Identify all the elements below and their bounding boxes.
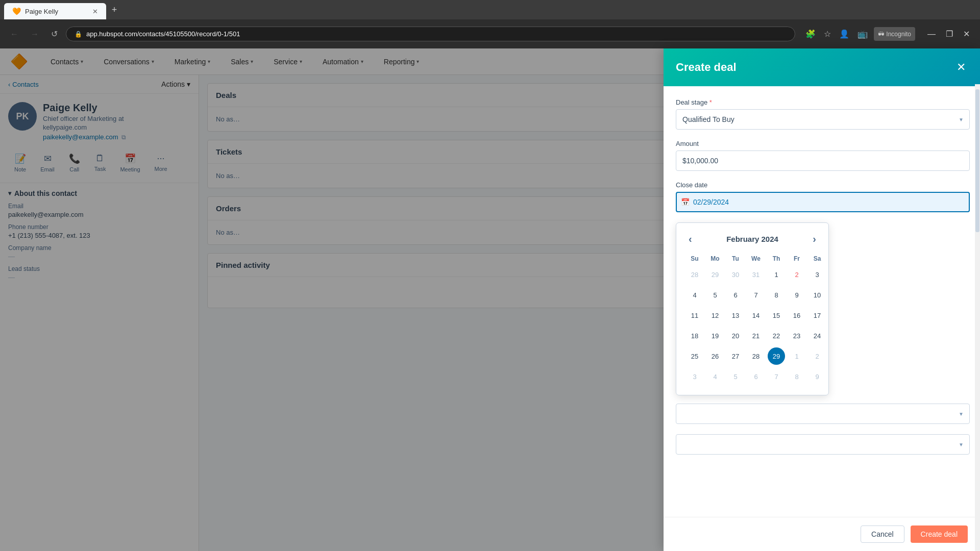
lock-icon: 🔒 — [75, 31, 82, 38]
browser-chrome: 🧡 Paige Kelly ✕ + ← → ↺ 🔒 app.hubspot.co… — [0, 0, 980, 48]
cal-day-12[interactable]: 12 — [706, 307, 724, 324]
cal-day-19[interactable]: 19 — [706, 327, 724, 344]
cal-cell: 26 — [705, 346, 725, 366]
cal-day-6: 6 — [747, 368, 765, 385]
cal-day-22[interactable]: 22 — [768, 327, 785, 344]
forward-button[interactable]: → — [27, 28, 43, 41]
cal-cell: 28 — [684, 264, 705, 285]
cal-day-28[interactable]: 28 — [747, 347, 765, 365]
cal-day-21[interactable]: 21 — [747, 327, 765, 344]
cal-day-8[interactable]: 8 — [768, 286, 785, 304]
cal-week-4: 252627282912 — [684, 346, 827, 366]
cal-day-5[interactable]: 5 — [706, 286, 724, 304]
cal-cell: 9 — [787, 285, 807, 305]
cal-header-su: Su — [684, 253, 705, 264]
active-tab[interactable]: 🧡 Paige Kelly ✕ — [4, 3, 106, 19]
address-bar[interactable]: 🔒 app.hubspot.com/contacts/45105500/reco… — [66, 27, 795, 41]
create-deal-button[interactable]: Create deal — [911, 525, 968, 543]
cal-cell: 8 — [787, 366, 807, 387]
extra-select-1-field[interactable] — [676, 404, 970, 424]
tab-favicon: 🧡 — [12, 7, 21, 15]
incognito-label: Incognito — [886, 31, 911, 38]
user-button[interactable]: 👤 — [837, 27, 851, 41]
cal-cell: 29 — [766, 346, 787, 366]
cast-button[interactable]: 📺 — [855, 27, 870, 41]
close-date-label: Close date — [676, 181, 970, 189]
cal-day-23[interactable]: 23 — [788, 327, 805, 344]
new-tab-button[interactable]: + — [107, 3, 121, 17]
cal-cell: 18 — [684, 325, 705, 346]
back-button[interactable]: ← — [6, 28, 22, 41]
cal-day-25[interactable]: 25 — [686, 347, 703, 365]
bookmark-button[interactable]: ☆ — [822, 27, 833, 41]
required-asterisk: * — [709, 98, 712, 106]
cal-day-2[interactable]: 2 — [788, 266, 805, 283]
cal-day-5: 5 — [727, 368, 744, 385]
cal-day-11[interactable]: 11 — [686, 307, 703, 324]
cal-day-9: 9 — [808, 368, 826, 385]
cal-day-13[interactable]: 13 — [727, 307, 744, 324]
panel-footer: Cancel Create deal — [664, 517, 980, 551]
reload-button[interactable]: ↺ — [47, 27, 62, 41]
cal-cell: 24 — [807, 325, 827, 346]
cal-day-10[interactable]: 10 — [808, 286, 826, 304]
cal-next-button[interactable]: › — [808, 231, 820, 247]
extra-select-1 — [676, 404, 970, 424]
cal-day-15[interactable]: 15 — [768, 307, 785, 324]
cal-day-28: 28 — [686, 266, 703, 283]
cal-week-0: 28293031123 — [684, 264, 827, 285]
cal-cell: 14 — [746, 305, 766, 325]
cal-day-14[interactable]: 14 — [747, 307, 765, 324]
cal-day-7[interactable]: 7 — [747, 286, 765, 304]
cal-day-16[interactable]: 16 — [788, 307, 805, 324]
cal-day-24[interactable]: 24 — [808, 327, 826, 344]
cal-cell: 1 — [766, 264, 787, 285]
deal-stage-value: Qualified To Buy — [682, 115, 734, 123]
cal-cell: 6 — [725, 285, 746, 305]
tab-close-icon[interactable]: ✕ — [92, 8, 98, 15]
cal-day-27[interactable]: 27 — [727, 347, 744, 365]
cal-day-9[interactable]: 9 — [788, 286, 805, 304]
extra-field-1 — [676, 404, 970, 424]
cal-day-29: 29 — [706, 266, 724, 283]
cal-cell: 2 — [807, 346, 827, 366]
cal-cell: 21 — [746, 325, 766, 346]
minimize-button[interactable]: — — [923, 27, 940, 41]
cal-day-1[interactable]: 1 — [768, 266, 785, 283]
cal-day-8: 8 — [788, 368, 805, 385]
cal-day-18[interactable]: 18 — [686, 327, 703, 344]
cal-day-3[interactable]: 3 — [808, 266, 826, 283]
cal-day-29[interactable]: 29 — [768, 347, 785, 365]
cal-header-sa: Sa — [807, 253, 827, 264]
browser-tabs: 🧡 Paige Kelly ✕ + — [0, 0, 980, 19]
close-window-button[interactable]: ✕ — [959, 27, 974, 41]
cal-day-26[interactable]: 26 — [706, 347, 724, 365]
extra-select-2-field[interactable] — [676, 434, 970, 455]
cal-day-20[interactable]: 20 — [727, 327, 744, 344]
cal-cell: 5 — [705, 285, 725, 305]
amount-group: Amount — [676, 140, 970, 171]
incognito-badge: 🕶 Incognito — [874, 27, 915, 41]
panel-close-button[interactable]: ✕ — [954, 59, 968, 76]
panel-body: Deal stage * Qualified To Buy Amount Clo… — [664, 86, 980, 517]
extensions-button[interactable]: 🧩 — [803, 27, 818, 41]
cal-cell: 27 — [725, 346, 746, 366]
deal-stage-group: Deal stage * Qualified To Buy — [676, 98, 970, 130]
cal-cell: 3 — [807, 264, 827, 285]
cal-day-6[interactable]: 6 — [727, 286, 744, 304]
scroll-thumb[interactable] — [975, 89, 979, 232]
cal-day-4[interactable]: 4 — [686, 286, 703, 304]
deal-stage-select[interactable]: Qualified To Buy — [676, 109, 970, 130]
maximize-button[interactable]: ❐ — [942, 27, 957, 41]
close-date-input[interactable] — [676, 192, 970, 212]
amount-input[interactable] — [676, 151, 970, 171]
cal-prev-button[interactable]: ‹ — [684, 231, 696, 247]
cancel-button[interactable]: Cancel — [861, 525, 904, 543]
cal-cell: 12 — [705, 305, 725, 325]
cal-cell: 16 — [787, 305, 807, 325]
calendar-nav: ‹ February 2024 › — [684, 231, 820, 247]
cal-day-17[interactable]: 17 — [808, 307, 826, 324]
cal-cell: 8 — [766, 285, 787, 305]
cal-day-4: 4 — [706, 368, 724, 385]
cal-cell: 25 — [684, 346, 705, 366]
